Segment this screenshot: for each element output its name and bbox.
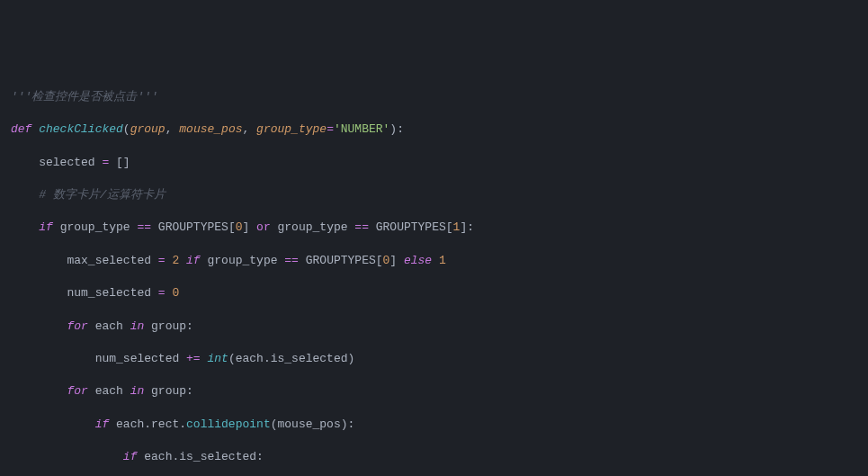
code-line: for each in group: <box>11 383 857 400</box>
code-line: num_selected = 0 <box>11 285 857 301</box>
code-line: for each in group: <box>11 319 857 335</box>
code-line: '''检查控件是否被点击''' <box>11 89 857 105</box>
code-line: if group_type == GROUPTYPES[0] or group_… <box>11 220 857 236</box>
code-editor[interactable]: '''检查控件是否被点击''' def checkClicked(group, … <box>11 73 857 476</box>
code-line: max_selected = 2 if group_type == GROUPT… <box>11 253 857 269</box>
code-line: num_selected += int(each.is_selected) <box>11 351 857 367</box>
code-line: def checkClicked(group, mouse_pos, group… <box>11 121 857 138</box>
code-line: if each.rect.collidepoint(mouse_pos): <box>11 417 857 433</box>
code-line: selected = [] <box>11 155 857 171</box>
code-line: # 数字卡片/运算符卡片 <box>11 187 857 203</box>
code-line: if each.is_selected: <box>11 449 857 465</box>
